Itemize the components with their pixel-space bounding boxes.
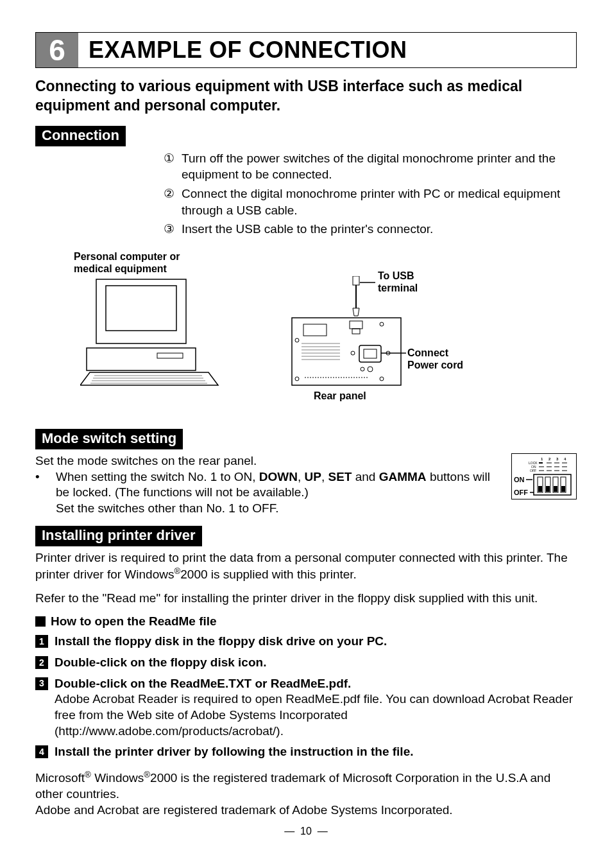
svg-rect-9 xyxy=(353,276,359,285)
usb-terminal-label: To USB terminal xyxy=(378,270,418,294)
svg-rect-2 xyxy=(87,348,196,370)
svg-text:2: 2 xyxy=(548,457,551,461)
step-body: Double-click on the ReadMeE.TXT or ReadM… xyxy=(55,676,577,740)
pc-label-line: medical equipment xyxy=(74,263,167,274)
install-step: 3 Double-click on the ReadMeE.TXT or Rea… xyxy=(35,676,577,740)
step-text: Turn off the power switches of the digit… xyxy=(182,150,577,183)
svg-point-29 xyxy=(361,367,364,371)
connection-steps: ① Turn off the power switches of the dig… xyxy=(164,150,577,238)
label-line: To USB xyxy=(378,270,414,281)
label-line: Connect xyxy=(407,347,448,358)
connection-heading: Connection xyxy=(35,126,126,146)
install-step: 2 Double-click on the floppy disk icon. xyxy=(35,655,577,671)
svg-rect-1 xyxy=(106,286,176,331)
svg-text:OFF: OFF xyxy=(514,489,528,496)
howto-label: How to open the ReadMe file xyxy=(51,614,217,629)
mode-switch-body: Set the mode switches on the rear panel.… xyxy=(35,453,577,517)
svg-point-27 xyxy=(351,351,355,355)
rear-panel-label: Rear panel xyxy=(314,390,366,402)
step-number-icon: 2 xyxy=(35,656,48,669)
svg-rect-63 xyxy=(554,486,557,492)
section-number: 6 xyxy=(36,33,78,67)
document-page: 6 EXAMPLE OF CONNECTION Connecting to va… xyxy=(0,0,612,856)
svg-text:OFF: OFF xyxy=(530,469,536,473)
connection-step: ③ Insert the USB cable to the printer's … xyxy=(164,221,577,238)
step-title: Double-click on the floppy disk icon. xyxy=(55,655,577,671)
power-cord-label: Connect Power cord xyxy=(407,347,463,371)
svg-rect-13 xyxy=(352,329,360,334)
svg-rect-62 xyxy=(546,486,550,492)
svg-point-32 xyxy=(380,322,384,326)
pc-label-line: Personal computer or xyxy=(74,251,180,262)
svg-rect-11 xyxy=(303,324,327,336)
step-title: Install the floppy disk in the floppy di… xyxy=(55,634,577,650)
mode-switch-intro: Set the mode switches on the rear panel. xyxy=(35,453,498,469)
connection-step: ① Turn off the power switches of the dig… xyxy=(164,150,577,183)
svg-rect-61 xyxy=(538,486,542,492)
step-number-icon: 3 xyxy=(35,677,48,690)
section-title: EXAMPLE OF CONNECTION xyxy=(78,33,418,67)
square-bullet-icon xyxy=(35,616,46,627)
computer-icon xyxy=(80,276,221,392)
label-line: terminal xyxy=(378,282,418,293)
install-step: 1 Install the floppy disk in the floppy … xyxy=(35,634,577,650)
connection-step: ② Connect the digital monochrome printer… xyxy=(164,186,577,218)
pc-label: Personal computer or medical equipment xyxy=(74,250,180,275)
trademark-paragraph: Microsoft® Windows®2000 is the registere… xyxy=(35,769,577,818)
bullet-text: When setting the switch No. 1 to ON, DOW… xyxy=(56,469,498,517)
label-line: Power cord xyxy=(407,360,463,370)
svg-rect-21 xyxy=(364,349,377,358)
install-driver-heading: Installing printer driver xyxy=(35,526,202,546)
svg-point-30 xyxy=(295,377,299,381)
connection-diagram: Personal computer or medical equipment xyxy=(35,250,577,417)
howto-heading: How to open the ReadMe file xyxy=(35,614,577,629)
step-number-icon: 1 xyxy=(35,635,48,648)
step-marker-icon: ① xyxy=(164,150,182,183)
svg-rect-64 xyxy=(561,486,565,492)
page-number: — 10 — xyxy=(35,826,577,837)
svg-text:1: 1 xyxy=(541,457,543,461)
mode-switch-bullet: • When setting the switch No. 1 to ON, D… xyxy=(35,469,498,517)
step-marker-icon: ② xyxy=(164,186,182,218)
dip-switch-icon: 1 2 3 4 LOCK ON OFF ON OFF xyxy=(511,453,577,499)
mode-switch-text: Set the mode switches on the rear panel.… xyxy=(35,453,498,517)
section-header: 6 EXAMPLE OF CONNECTION xyxy=(35,32,577,68)
svg-point-22 xyxy=(368,367,373,372)
step-title: Double-click on the ReadMeE.TXT or ReadM… xyxy=(55,677,351,690)
section-subtitle: Connecting to various equipment with USB… xyxy=(35,77,577,116)
step-text: Connect the digital monochrome printer w… xyxy=(182,186,577,218)
svg-rect-12 xyxy=(350,321,362,329)
mode-switch-heading: Mode switch setting xyxy=(35,429,183,449)
svg-rect-0 xyxy=(96,279,186,343)
step-number-icon: 4 xyxy=(35,745,48,758)
step-marker-icon: ③ xyxy=(164,221,182,238)
svg-rect-10 xyxy=(292,318,401,385)
install-step: 4 Install the printer driver by followin… xyxy=(35,744,577,760)
svg-rect-20 xyxy=(359,345,381,362)
svg-point-31 xyxy=(380,377,384,381)
install-paragraph: Refer to the "Read me" for installing th… xyxy=(35,591,577,607)
install-paragraph: Printer driver is required to print the … xyxy=(35,550,577,584)
step-title: Install the printer driver by following … xyxy=(55,744,577,760)
svg-text:4: 4 xyxy=(564,457,566,461)
step-text: Insert the USB cable to the printer's co… xyxy=(182,221,433,238)
svg-rect-3 xyxy=(157,353,183,358)
svg-point-26 xyxy=(295,338,299,342)
svg-text:ON: ON xyxy=(514,476,525,483)
svg-rect-40 xyxy=(539,462,543,464)
svg-text:3: 3 xyxy=(556,457,559,461)
step-description: Adobe Acrobat Reader is required to open… xyxy=(55,692,573,737)
bullet-icon: • xyxy=(35,469,56,517)
